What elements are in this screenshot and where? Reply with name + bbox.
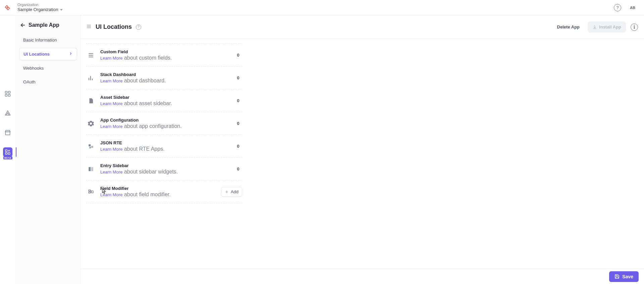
svg-rect-3 (8, 94, 10, 96)
ui-desc: Learn More about sidebar widgets. (100, 169, 234, 175)
rail-shop-icon[interactable] (3, 128, 12, 137)
info-icon[interactable]: ? (136, 24, 141, 30)
ui-desc: Learn More about RTE Apps. (100, 146, 234, 152)
org-selector[interactable]: Sample Organization (17, 7, 63, 13)
ui-row-field-modifier[interactable]: Field Modifier Learn More about field mo… (86, 181, 242, 203)
caret-down-icon (60, 9, 63, 11)
rail: BETA (0, 15, 16, 284)
rail-dashboard-icon[interactable] (3, 89, 12, 98)
save-label: Save (622, 274, 633, 279)
svg-rect-4 (5, 132, 10, 135)
ui-desc-suffix: about RTE Apps. (122, 146, 164, 152)
learn-more-link[interactable]: Learn More (100, 101, 122, 106)
svg-rect-19 (90, 147, 91, 148)
ui-title: Asset Sidebar (100, 95, 234, 100)
svg-rect-18 (91, 146, 93, 148)
learn-more-link[interactable]: Learn More (100, 192, 122, 197)
ui-row-custom-field[interactable]: Custom Field Learn More about custom fie… (86, 44, 242, 67)
learn-more-link[interactable]: Learn More (100, 78, 122, 83)
delete-app-button[interactable]: Delete App (554, 22, 583, 32)
nav-oauth[interactable]: OAuth (19, 76, 77, 88)
bar-chart-icon (87, 74, 95, 82)
ui-title: Field Modifier (100, 186, 221, 191)
sidebar: Sample App Basic Information UI Location… (16, 15, 81, 284)
svg-rect-22 (89, 190, 90, 191)
org-text: Organization Sample Organization (17, 2, 63, 13)
nav-ui-locations[interactable]: UI Locations (19, 48, 77, 60)
ui-desc: Learn More about dashboard. (100, 78, 234, 84)
content-header-right: Delete App Install App i (554, 21, 638, 32)
count-badge: 0 (234, 121, 242, 126)
ui-row-json-rte[interactable]: JSON RTE Learn More about RTE Apps. 0 (86, 135, 242, 158)
ui-title: Stack Dashboard (100, 72, 234, 77)
add-field-modifier-button[interactable]: Add (221, 187, 242, 197)
svg-rect-20 (89, 167, 91, 171)
org-block: Organization Sample Organization (4, 2, 63, 13)
ui-text: JSON RTE Learn More about RTE Apps. (100, 140, 234, 152)
ui-desc: Learn More about asset sidebar. (100, 100, 234, 106)
ui-title: Custom Field (100, 49, 234, 54)
svg-rect-2 (5, 94, 7, 96)
rail-apps-icon[interactable]: BETA (3, 147, 12, 157)
list-wrap: Custom Field Learn More about custom fie… (81, 39, 644, 269)
gear-icon (87, 120, 95, 128)
learn-more-link[interactable]: Learn More (100, 147, 122, 152)
chevron-right-icon (69, 52, 73, 57)
add-label: Add (231, 189, 238, 194)
ui-desc: Learn More about field modifier. (100, 192, 221, 198)
ui-row-stack-dashboard[interactable]: Stack Dashboard Learn More about dashboa… (86, 67, 242, 89)
learn-more-link[interactable]: Learn More (100, 124, 122, 129)
learn-more-link[interactable]: Learn More (100, 56, 122, 61)
svg-rect-21 (91, 167, 93, 171)
help-icon[interactable]: ? (614, 4, 621, 11)
ui-desc-suffix: about custom fields. (122, 55, 172, 61)
details-icon[interactable]: i (631, 23, 638, 31)
ui-row-asset-sidebar[interactable]: Asset Sidebar Learn More about asset sid… (86, 89, 242, 112)
nav-webhooks[interactable]: Webhooks (19, 62, 77, 74)
ui-text: Asset Sidebar Learn More about asset sid… (100, 95, 234, 106)
ui-desc-suffix: about field modifier. (122, 192, 170, 197)
beta-badge: BETA (3, 156, 12, 159)
back-arrow-icon[interactable] (20, 22, 26, 28)
blocks-icon (87, 142, 95, 150)
ui-row-entry-sidebar[interactable]: Entry Sidebar Learn More about sidebar w… (86, 158, 242, 181)
content-header-left: UI Locations ? (86, 23, 141, 30)
ui-desc: Learn More about app configuration. (100, 123, 234, 129)
sidebar-panel-icon (87, 165, 95, 173)
footer-bar: Save (81, 269, 644, 284)
ui-desc-suffix: about dashboard. (122, 78, 166, 83)
ui-text: Stack Dashboard Learn More about dashboa… (100, 72, 234, 84)
modifier-icon (87, 188, 95, 196)
nav-label: UI Locations (23, 52, 50, 57)
svg-rect-6 (5, 153, 7, 154)
avatar[interactable]: AB (628, 3, 637, 12)
org-label: Organization (17, 2, 63, 7)
svg-rect-0 (5, 91, 7, 93)
menu-icon[interactable] (86, 24, 92, 30)
svg-rect-23 (89, 192, 90, 193)
ui-text: Entry Sidebar Learn More about sidebar w… (100, 163, 234, 175)
save-icon (614, 274, 620, 279)
rail-triangle-icon[interactable] (3, 109, 12, 118)
count-badge: 0 (234, 53, 242, 58)
header-actions: ? AB (614, 3, 637, 12)
learn-more-link[interactable]: Learn More (100, 169, 122, 174)
top-header: Organization Sample Organization ? AB (0, 0, 644, 15)
svg-rect-24 (92, 191, 93, 193)
nav-label: Webhooks (23, 66, 44, 71)
count-badge: 0 (234, 98, 242, 103)
count-badge: 0 (234, 166, 242, 171)
ui-row-app-configuration[interactable]: App Configuration Learn More about app c… (86, 112, 242, 135)
install-label: Install App (599, 24, 621, 29)
download-icon (592, 25, 597, 29)
ui-text: Custom Field Learn More about custom fie… (100, 49, 234, 61)
page-title: UI Locations (96, 23, 132, 30)
content-area: UI Locations ? Delete App Install App i (81, 15, 644, 284)
ui-locations-list: Custom Field Learn More about custom fie… (86, 44, 242, 203)
ui-desc-suffix: about asset sidebar. (122, 100, 172, 106)
nav-label: OAuth (23, 79, 36, 84)
save-button[interactable]: Save (609, 271, 639, 282)
sidebar-title: Sample App (29, 22, 59, 28)
file-icon (87, 97, 95, 105)
nav-basic-information[interactable]: Basic Information (19, 34, 77, 46)
